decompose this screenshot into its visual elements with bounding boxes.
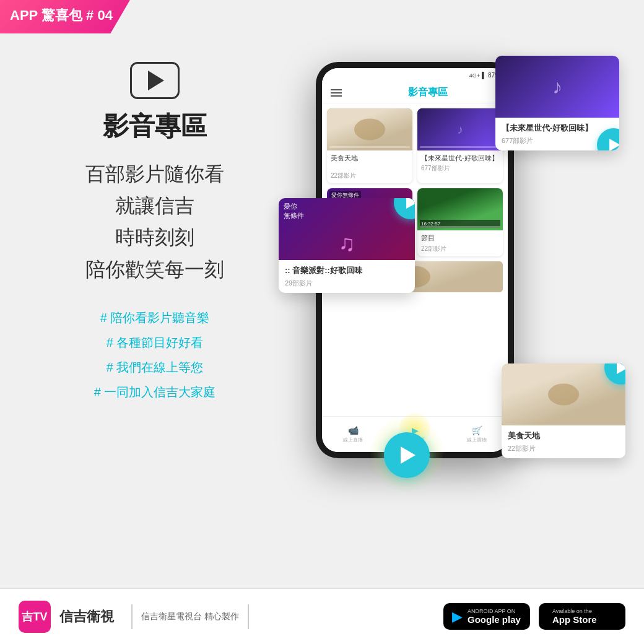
nav-shop[interactable]: 🛒 線上購物: [467, 425, 487, 443]
floating-card-bottom-right: 美食天地 22部影片: [502, 363, 625, 458]
main-text-line4: 陪你歡笑每一刻: [25, 254, 285, 285]
video-info-music: 【未來星世代-好歌回味】 677部影片: [417, 150, 503, 176]
hashtag-3: # 我們在線上等您: [25, 355, 285, 380]
floating-card-info-middle-left: :: 音樂派對::好歌回味 29部影片: [279, 260, 415, 293]
floating-card-info-bottom-right: 美食天地 22部影片: [502, 425, 625, 458]
google-play-text: ANDROID APP ON Google play: [468, 608, 521, 625]
hashtag-2: # 各種節目好好看: [25, 330, 285, 355]
left-section: 影音專區 百部影片隨你看 就讓信吉 時時刻刻 陪你歡笑每一刻 # 陪你看影片聽音…: [25, 62, 285, 404]
top-badge: APP 驚喜包 # 04: [0, 0, 130, 33]
brand-divider-2: [248, 604, 249, 629]
battery-icon: ▌: [482, 72, 486, 79]
nav-live[interactable]: 📹 線上直播: [343, 425, 363, 443]
nav-shop-label: 線上購物: [467, 437, 487, 443]
main-text: 百部影片隨你看 就讓信吉 時時刻刻 陪你歡笑每一刻: [25, 159, 285, 285]
app-store-main: App Store: [552, 614, 597, 625]
floating-card-middle-left: ♫ 愛你無條件 :: 音樂派對::好歌回味 29部影片: [279, 198, 415, 293]
hamburger-menu-icon[interactable]: [331, 89, 342, 97]
phone-status-bar: 4G+ ▌ 87%: [322, 68, 508, 82]
food-bowl-img: [327, 108, 412, 150]
floating-card-top-right: ♪ 【未來星世代-好歌回味】 677部影片: [495, 56, 619, 150]
hashtag-1: # 陪你看影片聽音樂: [25, 305, 285, 330]
floating-card-title-bottom-right: 美食天地: [508, 430, 619, 442]
video-thumb-show: 16:32:57: [417, 188, 503, 230]
large-teal-circle[interactable]: [384, 432, 430, 478]
nav-live-label: 線上直播: [343, 437, 363, 443]
floating-card-count-middle-left: 29部影片: [285, 279, 409, 288]
hashtags: # 陪你看影片聽音樂 # 各種節目好好看 # 我們在線上等您 # 一同加入信吉大…: [25, 305, 285, 404]
video-count-food: 22部影片: [331, 172, 409, 180]
bottom-section: 吉TV 信吉衛視 信吉衛星電視台 精心製作 ▶ ANDROID APP ON G…: [0, 588, 644, 644]
brand-logo-text: 吉TV: [22, 609, 47, 624]
video-info-show: 節目 22部影片: [417, 230, 503, 256]
video-card-food[interactable]: 美食天地 22部影片: [327, 108, 412, 183]
floating-card-title-middle-left: :: 音樂派對::好歌回味: [285, 265, 409, 276]
large-play-icon: [401, 446, 416, 464]
section-title: 影音專區: [25, 109, 285, 144]
app-buttons: ▶ ANDROID APP ON Google play Available o…: [443, 603, 625, 630]
video-play-icon-box: [130, 62, 180, 99]
video-count-music: 677部影片: [421, 164, 499, 173]
play-icon-white-br: [617, 363, 626, 374]
floating-card-count-bottom-right: 22部影片: [508, 444, 619, 453]
floating-card-title-top-right: 【未來星世代-好歌回味】: [502, 123, 613, 134]
video-title-show: 節目: [421, 233, 499, 242]
brand-name: 信吉衛視: [59, 607, 114, 626]
main-text-line3: 時時刻刻: [25, 222, 285, 253]
right-section: 4G+ ▌ 87% 影音專區: [279, 37, 625, 545]
app-store-text: Available on the App Store: [552, 608, 597, 625]
video-thumb-music: ♪: [417, 108, 503, 150]
phone-nav-title: 影音專區: [408, 86, 466, 99]
main-text-line2: 就讓信吉: [25, 190, 285, 222]
main-text-line1: 百部影片隨你看: [25, 159, 285, 190]
video-icon-container: [25, 62, 285, 99]
brand-logo: 吉TV: [19, 601, 51, 633]
video-title-music: 【未來星世代-好歌回味】: [421, 154, 499, 162]
google-play-icon: ▶: [452, 609, 463, 625]
app-store-button[interactable]: Available on the App Store: [539, 603, 625, 630]
video-card-music[interactable]: ♪ 【未來星世代-好歌回味】 677部影片: [417, 108, 503, 183]
video-card-show[interactable]: 16:32:57 節目 22部影片: [417, 188, 503, 256]
phone-nav-bar: 影音專區: [322, 82, 508, 103]
play-triangle-icon: [148, 71, 164, 90]
brand-tagline: 信吉衛星電視台 精心製作: [141, 611, 239, 622]
google-play-sub: ANDROID APP ON: [468, 608, 521, 614]
badge-text: APP 驚喜包 # 04: [10, 7, 113, 23]
floating-thumb-top-right: ♪: [495, 56, 619, 118]
video-count-show: 22部影片: [421, 245, 499, 253]
video-thumb-food: [327, 108, 412, 150]
app-store-sub: Available on the: [552, 608, 597, 614]
floating-card-count-top-right: 677部影片: [502, 136, 613, 146]
brand-divider: [131, 604, 133, 629]
hashtag-4: # 一同加入信吉大家庭: [25, 380, 285, 404]
google-play-button[interactable]: ▶ ANDROID APP ON Google play: [443, 603, 530, 630]
video-info-food: 美食天地 22部影片: [327, 150, 412, 183]
signal-text: 4G+: [469, 72, 480, 79]
play-icon-white-tr: [609, 139, 620, 150]
google-play-main: Google play: [468, 614, 521, 625]
play-icon-white-ml: [406, 198, 416, 209]
video-title-food: 美食天地: [331, 154, 409, 162]
